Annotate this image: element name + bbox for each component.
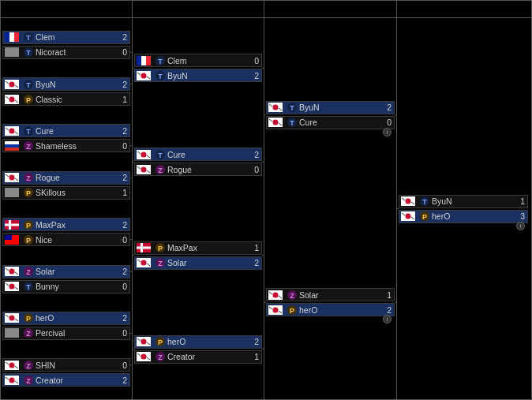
flag-kr — [137, 149, 152, 159]
player-name: Classic — [36, 95, 121, 104]
flag-kr — [268, 290, 284, 300]
svg-point-135 — [273, 120, 279, 125]
flag-kr — [5, 267, 21, 277]
match: P MaxPax 2 P Nice 0 — [2, 217, 130, 247]
player-row: Z Percival 0 — [2, 327, 130, 340]
player-score: 2 — [122, 126, 127, 136]
player-score: 2 — [387, 305, 392, 315]
match: T Clem 0 T ByuN 2 — [134, 53, 262, 83]
bracket: T Clem 2 T Nicoract 0 T ByuN 2 P Classic… — [0, 0, 532, 400]
svg-rect-107 — [137, 247, 151, 249]
race-icon-T: T — [22, 281, 34, 293]
svg-rect-37 — [5, 188, 19, 197]
match: Z Solar 2 T Bunny 0 — [2, 264, 130, 294]
svg-text:P: P — [157, 338, 162, 346]
player-name: MaxPax — [36, 220, 121, 230]
flag-empty — [5, 47, 21, 58]
svg-rect-82 — [137, 56, 141, 65]
svg-text:T: T — [290, 104, 294, 112]
race-icon-T: T — [22, 47, 34, 58]
flag-kr — [5, 360, 21, 370]
player-name: MaxPax — [167, 243, 253, 252]
race-icon-P: P — [22, 93, 34, 105]
player-row: Z Creator 2 — [2, 373, 130, 387]
svg-rect-83 — [141, 56, 146, 65]
race-icon-Z: Z — [154, 163, 166, 175]
player-name: Rogue — [167, 165, 253, 174]
match: T ByuN 2 T Cure 0 i — [266, 100, 395, 130]
flag-kr — [5, 125, 21, 136]
flag-kr — [5, 282, 21, 292]
player-score: 2 — [122, 32, 127, 42]
header-sf — [264, 1, 397, 17]
race-icon-T: T — [286, 117, 298, 129]
flag-kr — [401, 211, 417, 222]
finals-match: T ByuN 1 P herO 3 i — [399, 194, 528, 224]
svg-text:P: P — [421, 213, 426, 221]
flag-tw — [5, 234, 21, 245]
svg-point-94 — [141, 151, 147, 157]
race-icon-Z: Z — [22, 140, 34, 151]
svg-text:P: P — [25, 237, 30, 245]
player-name: Cure — [36, 126, 121, 136]
player-row: P Classic 1 — [2, 92, 130, 106]
player-name: Solar — [167, 258, 253, 267]
svg-text:Z: Z — [26, 330, 31, 338]
race-icon-P: P — [22, 312, 34, 324]
match: P herO 2 Z Percival 0 — [2, 311, 130, 341]
flag-kr — [401, 196, 417, 207]
svg-point-56 — [9, 284, 15, 290]
race-icon-Z: Z — [154, 351, 166, 363]
race-icon-T: T — [418, 196, 430, 207]
fn-match: T ByuN 1 P herO 3 i — [397, 18, 530, 399]
player-score: 2 — [122, 267, 127, 276]
race-icon-P: P — [286, 304, 298, 316]
svg-text:T: T — [26, 283, 31, 291]
player-score: 2 — [122, 80, 127, 89]
flag-kr — [268, 118, 284, 128]
player-name: ByuN — [36, 80, 121, 89]
race-icon-T: T — [154, 69, 166, 81]
info-button[interactable]: i — [516, 222, 525, 230]
player-row: Z SHIN 0 — [2, 358, 130, 372]
match: Z Rogue 2 P SKillous 1 — [2, 170, 130, 200]
svg-text:T: T — [26, 49, 31, 57]
svg-point-21 — [9, 128, 15, 133]
player-name: herO — [432, 211, 519, 221]
player-score: 0 — [122, 47, 127, 57]
player-row: Z Shameless 0 — [2, 139, 130, 152]
svg-point-111 — [141, 260, 147, 266]
svg-point-62 — [9, 316, 15, 321]
race-icon-T: T — [22, 32, 34, 43]
svg-text:P: P — [25, 96, 30, 104]
svg-point-100 — [141, 166, 147, 172]
player-name: herO — [36, 313, 121, 323]
match: P herO 2 Z Creator 1 — [134, 335, 262, 364]
player-score: 2 — [254, 71, 259, 80]
svg-text:P: P — [289, 307, 294, 315]
player-name: SHIN — [36, 361, 121, 370]
player-score: 0 — [122, 235, 127, 245]
player-row: Z Solar 2 — [134, 256, 262, 270]
col-fn: T ByuN 1 P herO 3 i — [397, 18, 530, 399]
flag-ru — [5, 140, 21, 151]
svg-text:Z: Z — [158, 260, 163, 267]
match: T Clem 2 T Nicoract 0 — [2, 30, 130, 60]
player-row: T Cure 0 — [266, 116, 395, 129]
race-icon-Z: Z — [22, 266, 34, 278]
player-score: 3 — [520, 211, 525, 221]
info-button[interactable]: i — [383, 315, 392, 323]
player-row: P herO 2 — [134, 335, 262, 349]
svg-rect-26 — [5, 141, 19, 144]
flag-dk — [5, 219, 21, 230]
player-score: 0 — [254, 165, 259, 174]
sf-matches: T ByuN 2 T Cure 0 i Z Solar 1 P herO 2 i — [264, 18, 396, 399]
race-icon-Z: Z — [286, 289, 298, 301]
player-name: ByuN — [167, 71, 253, 80]
svg-rect-84 — [146, 56, 151, 65]
info-button[interactable]: i — [383, 128, 392, 136]
header-r16 — [1, 1, 133, 17]
svg-rect-2 — [14, 32, 19, 42]
player-score: 2 — [122, 313, 127, 323]
player-row: T ByuN 2 — [2, 77, 130, 91]
